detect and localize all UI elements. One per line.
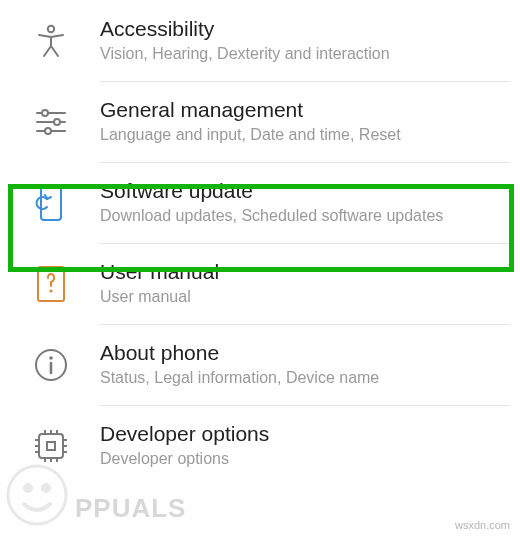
svg-point-2 (42, 110, 48, 116)
settings-item-subtitle: Vision, Hearing, Dexterity and interacti… (100, 44, 500, 65)
settings-item-subtitle: Status, Legal information, Device name (100, 368, 500, 389)
settings-item-subtitle: Language and input, Date and time, Reset (100, 125, 500, 146)
svg-point-9 (49, 289, 52, 292)
settings-item-text: AccessibilityVision, Hearing, Dexterity … (100, 16, 500, 65)
manual-icon (26, 264, 76, 304)
svg-point-0 (48, 25, 54, 31)
settings-item-text: Software updateDownload updates, Schedul… (100, 178, 500, 227)
svg-point-6 (45, 128, 51, 134)
svg-rect-14 (47, 442, 55, 450)
settings-item-about-phone[interactable]: About phoneStatus, Legal information, De… (0, 324, 520, 405)
settings-item-title: Accessibility (100, 16, 500, 42)
settings-item-text: General managementLanguage and input, Da… (100, 97, 500, 146)
settings-list: AccessibilityVision, Hearing, Dexterity … (0, 0, 520, 486)
svg-rect-13 (39, 434, 63, 458)
info-icon (26, 345, 76, 385)
watermark-text: PPUALS (75, 493, 186, 524)
accessibility-icon (26, 21, 76, 61)
settings-item-subtitle: User manual (100, 287, 500, 308)
settings-item-text: User manualUser manual (100, 259, 500, 308)
settings-item-subtitle: Developer options (100, 449, 500, 470)
refresh-device-icon (26, 183, 76, 223)
settings-item-software-update[interactable]: Software updateDownload updates, Schedul… (0, 162, 520, 243)
settings-item-accessibility[interactable]: AccessibilityVision, Hearing, Dexterity … (0, 0, 520, 81)
settings-item-subtitle: Download updates, Scheduled software upd… (100, 206, 500, 227)
settings-item-title: General management (100, 97, 500, 123)
site-credit: wsxdn.com (455, 519, 510, 531)
svg-point-4 (54, 119, 60, 125)
settings-item-user-manual[interactable]: User manualUser manual (0, 243, 520, 324)
settings-item-developer-options[interactable]: Developer optionsDeveloper options (0, 405, 520, 486)
settings-item-text: Developer optionsDeveloper options (100, 421, 500, 470)
developer-icon (26, 426, 76, 466)
settings-item-title: Software update (100, 178, 500, 204)
settings-item-text: About phoneStatus, Legal information, De… (100, 340, 500, 389)
settings-item-general-management[interactable]: General managementLanguage and input, Da… (0, 81, 520, 162)
settings-item-title: Developer options (100, 421, 500, 447)
settings-item-title: About phone (100, 340, 500, 366)
sliders-icon (26, 102, 76, 142)
settings-item-title: User manual (100, 259, 500, 285)
svg-rect-7 (41, 186, 61, 220)
svg-point-11 (49, 356, 53, 360)
